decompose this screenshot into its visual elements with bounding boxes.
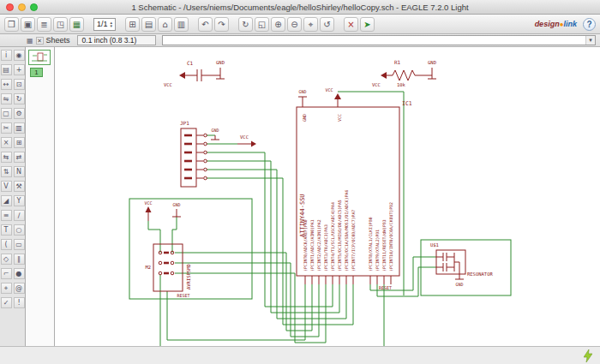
redo-icon[interactable]: ↷ (214, 17, 229, 32)
grid-icon[interactable]: ⊞ (125, 17, 140, 32)
errors-icon[interactable]: ! (14, 297, 25, 308)
component-ic1[interactable]: GND VCC IC1 ATTINY44-SSU GND VCC (297, 87, 412, 290)
component-jp1[interactable]: GND VCC JP1 (180, 120, 256, 187)
symbol-shape[interactable] (204, 168, 207, 171)
component-m2[interactable]: VCC GND M2 AVRISPSMD RESET (144, 200, 191, 298)
name-icon[interactable]: N (14, 166, 25, 177)
schematic-label[interactable]: GND (298, 89, 306, 94)
arc-icon[interactable]: ( (1, 239, 12, 250)
run-script-icon[interactable]: ▥ (174, 17, 189, 32)
schematic-label[interactable]: VCC (240, 134, 249, 140)
zoom-last-icon[interactable]: ↺ (320, 17, 334, 32)
schematic-label[interactable]: (PCINT1/ADC1/AIN0)PA1 (310, 219, 315, 272)
schematic-label[interactable]: (PCINT5/OC1B/MISO/DO/ADC5)PA5 (338, 200, 342, 272)
schematic-label[interactable]: GND (211, 128, 219, 133)
schematic-label[interactable]: GND (428, 60, 436, 65)
net-wire[interactable] (175, 263, 319, 337)
zoom-in-icon[interactable]: ⊕ (271, 17, 285, 32)
schematic-label[interactable]: VCC (337, 114, 342, 122)
schematic-label[interactable]: (PCINT7/ICP/OC0B/ADC7)PA7 (351, 210, 356, 272)
circle-icon[interactable]: ○ (14, 224, 25, 236)
ic1-ref[interactable]: IC1 (402, 100, 412, 107)
symbol-shape[interactable] (204, 151, 207, 154)
add-icon[interactable]: ⊞ (14, 137, 25, 148)
vcc-arrow-icon[interactable] (146, 206, 152, 212)
tab-sheets[interactable]: Sheets (46, 36, 75, 45)
delete-icon[interactable]: × (1, 137, 12, 148)
schematic-label[interactable]: (PCINT4/T1/SCL/USCK/ADC4)PA4 (331, 202, 335, 272)
invoke-icon[interactable]: ≡ (1, 210, 12, 221)
minimize-button[interactable] (18, 3, 26, 11)
zoom-fit-icon[interactable]: ◱ (255, 17, 269, 32)
paste-icon[interactable]: ▥ (14, 122, 25, 134)
command-dropdown-icon[interactable]: ▾ (585, 36, 595, 45)
pinswap-icon[interactable]: ⇆ (1, 152, 12, 163)
vcc-arrow-icon[interactable] (179, 72, 185, 79)
smash-icon[interactable]: ⚒ (14, 181, 25, 192)
symbol-shape[interactable] (204, 176, 207, 180)
component-c1[interactable]: C1 VCC GND (164, 60, 225, 87)
close-button[interactable] (6, 3, 14, 11)
designlink-logo[interactable]: design●link (535, 20, 577, 28)
rect-icon[interactable]: ▭ (14, 239, 25, 250)
schematic-label[interactable]: GND (216, 60, 225, 65)
schematic-label[interactable]: 10k (397, 82, 406, 87)
schematic-label[interactable]: (PCINT9/XTAL2)PB1 (375, 230, 380, 272)
wire-icon[interactable]: ∕ (14, 210, 25, 221)
bus-icon[interactable]: ∥ (14, 254, 25, 265)
redraw-icon[interactable]: ↻ (238, 17, 253, 32)
symbol-shape[interactable] (159, 261, 162, 265)
r1-ref[interactable]: R1 (394, 59, 401, 65)
symbol-shape[interactable] (171, 261, 174, 265)
schematic-label[interactable]: (PCINT6/OC1A/SDA/MOSI/DI/ADC6)PA6 (345, 190, 349, 272)
sheet-selector[interactable]: 1/1 ▴ ▾ (93, 18, 116, 31)
group-icon[interactable]: ▢ (1, 108, 12, 119)
schematic-label[interactable]: VCC (144, 200, 152, 206)
net-wire[interactable] (148, 221, 160, 253)
schematic-label[interactable]: (PCINT8/XTAL1/CLKI)PB0 (369, 217, 373, 272)
label-icon[interactable]: ⌖ (1, 283, 12, 294)
res-ref[interactable]: U$1 (430, 242, 439, 248)
info-icon[interactable]: i (1, 50, 12, 61)
schematic-label[interactable]: (PCINT10/INT0/OC0A/CKOUT)PB2 (389, 202, 393, 272)
m2-part[interactable]: AVRISPSMD (186, 264, 191, 289)
erc-icon[interactable]: ✓ (1, 297, 12, 308)
sheet-item-1[interactable]: 1 (30, 68, 43, 77)
print-icon[interactable]: ≣ (37, 17, 51, 32)
net-label-reset[interactable]: RESET (379, 285, 392, 290)
symbol-shape[interactable] (204, 134, 207, 137)
open-icon[interactable]: ❒ (4, 17, 19, 32)
sheet-selector-arrows[interactable]: ▴ ▾ (111, 21, 113, 27)
display-icon[interactable]: ▤ (1, 64, 12, 75)
resonator-body[interactable] (436, 250, 465, 274)
schematic-label[interactable]: (PCINT0/ADC0/AREF)PA0 (303, 219, 308, 272)
zoom-button[interactable] (30, 3, 38, 11)
jp1-ref[interactable]: JP1 (180, 120, 189, 126)
schematic-label[interactable]: (PCINT11/RESET/dW)PB3 (382, 219, 387, 272)
schematic-label[interactable]: (PCINT3/T0/ADC3)PA3 (324, 224, 328, 272)
symbol-shape[interactable] (204, 142, 207, 146)
schematic-label[interactable]: VCC (325, 87, 333, 92)
component-resonator[interactable]: U$1 GND RESONATOR (430, 242, 493, 287)
rotate-icon[interactable]: ↻ (14, 93, 25, 104)
mirror-icon[interactable]: ⇋ (1, 93, 12, 104)
symbol-shape[interactable] (393, 70, 415, 81)
res-part[interactable]: RESONATOR (467, 272, 493, 277)
symbol-shape[interactable] (159, 272, 162, 275)
polygon-icon[interactable]: ◇ (1, 254, 12, 265)
vcc-arrow-icon[interactable] (251, 141, 256, 147)
layer-settings-icon[interactable]: ▤ (141, 17, 156, 32)
symbol-shape[interactable] (204, 159, 207, 163)
symbol-shape[interactable] (171, 272, 174, 275)
vcc-arrow-icon[interactable] (381, 72, 387, 79)
mark-icon[interactable]: + (14, 64, 25, 75)
vcc-arrow-icon[interactable] (334, 93, 341, 99)
m2-ref[interactable]: M2 (145, 265, 151, 270)
net-wire[interactable] (175, 273, 326, 343)
text-icon[interactable]: T (1, 224, 12, 236)
m2-body[interactable] (153, 244, 183, 291)
c1-ref[interactable]: C1 (187, 60, 194, 66)
schematic-canvas[interactable]: C1 VCC GND R1 VCC 10k GND (55, 47, 600, 346)
help-button[interactable]: ? (583, 18, 596, 31)
cam-processor-icon[interactable]: ◳ (53, 17, 68, 32)
